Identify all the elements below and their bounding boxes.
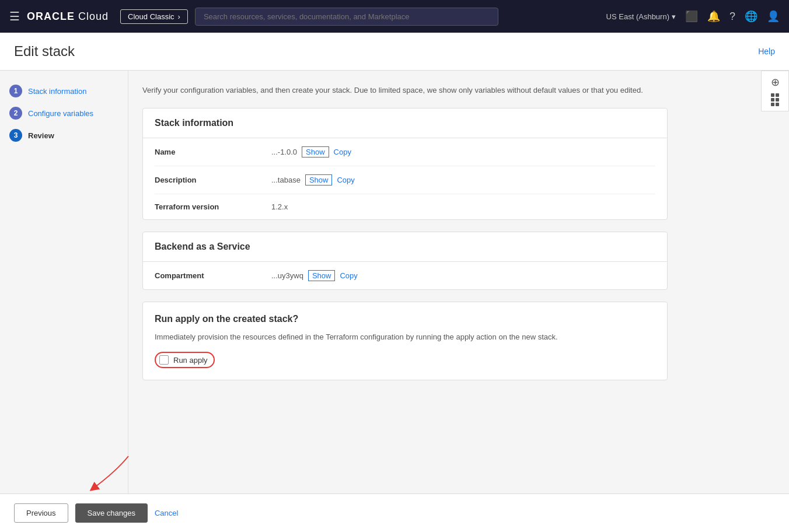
description-field-row: Description ...tabase Show Copy — [155, 166, 655, 194]
terraform-version-field-row: Terraform version 1.2.x — [155, 194, 655, 219]
page-title: Edit stack — [14, 43, 75, 60]
grid-dot-5 — [771, 103, 774, 106]
compartment-field-row: Compartment ...uy3ywq Show Copy — [155, 262, 655, 289]
right-widget: ⊕ — [761, 71, 789, 111]
life-preserver-icon[interactable]: ⊕ — [771, 76, 780, 89]
stack-information-card-header: Stack information — [143, 108, 667, 138]
backend-service-card-header: Backend as a Service — [143, 232, 667, 262]
chevron-down-icon: ▾ — [672, 12, 676, 21]
footer: Previous Save changes Cancel — [0, 494, 789, 532]
run-apply-checkbox[interactable] — [159, 355, 169, 365]
description-copy-link[interactable]: Copy — [337, 176, 354, 184]
compartment-value: ...uy3ywq Show Copy — [271, 270, 358, 281]
hamburger-menu-icon[interactable]: ☰ — [9, 9, 20, 23]
run-apply-title: Run apply on the created stack? — [155, 314, 655, 324]
description-label: Description — [155, 176, 271, 184]
run-apply-checkbox-highlight: Run apply — [155, 352, 215, 368]
sidebar: 1 Stack information 2 Configure variable… — [0, 71, 128, 494]
run-apply-checkbox-row: Run apply — [155, 352, 655, 368]
step-number-1: 1 — [9, 85, 22, 97]
sidebar-item-configure-variables[interactable]: 2 Configure variables — [9, 107, 118, 120]
step-number-2: 2 — [9, 107, 22, 120]
stack-information-card: Stack information Name ...-1.0.0 Show Co… — [142, 108, 668, 220]
oracle-logo: ORACLE Cloud — [27, 10, 109, 23]
stack-information-card-body: Name ...-1.0.0 Show Copy Description ...… — [143, 138, 667, 219]
compartment-label: Compartment — [155, 271, 271, 280]
description-value: ...tabase Show Copy — [271, 174, 355, 186]
save-changes-button[interactable]: Save changes — [75, 503, 148, 523]
previous-button[interactable]: Previous — [14, 503, 68, 523]
region-selector[interactable]: US East (Ashburn) ▾ — [606, 12, 676, 21]
grid-dot-2 — [776, 93, 779, 97]
name-copy-link[interactable]: Copy — [334, 148, 351, 156]
name-field-row: Name ...-1.0.0 Show Copy — [155, 138, 655, 166]
backend-service-card: Backend as a Service Compartment ...uy3y… — [142, 232, 668, 290]
grid-dot-6 — [776, 103, 779, 106]
grid-dot-4 — [776, 98, 779, 102]
terraform-version-label: Terraform version — [155, 202, 271, 211]
run-apply-description: Immediately provision the resources defi… — [155, 331, 655, 343]
name-label: Name — [155, 148, 271, 156]
name-show-link[interactable]: Show — [302, 146, 329, 158]
main-content: Verify your configuration variables, and… — [128, 71, 789, 494]
step-number-3: 3 — [9, 129, 22, 142]
run-apply-label: Run apply — [173, 356, 208, 365]
bell-icon[interactable]: 🔔 — [707, 10, 720, 23]
chevron-right-icon: › — [178, 12, 180, 21]
backend-service-card-body: Compartment ...uy3ywq Show Copy — [143, 262, 667, 289]
sidebar-item-stack-information[interactable]: 1 Stack information — [9, 85, 118, 97]
page-header: Edit stack Help — [0, 33, 789, 71]
content-area: 1 Stack information 2 Configure variable… — [0, 71, 789, 494]
globe-icon[interactable]: 🌐 — [745, 10, 757, 23]
sidebar-label-stack-information: Stack information — [28, 87, 86, 96]
run-apply-card: Run apply on the created stack? Immediat… — [142, 302, 668, 381]
main-container: Edit stack Help 1 Stack information 2 Co… — [0, 33, 789, 532]
stack-information-title: Stack information — [155, 118, 655, 128]
terraform-version-value: 1.2.x — [271, 202, 288, 211]
backend-service-title: Backend as a Service — [155, 242, 655, 252]
compartment-show-link[interactable]: Show — [308, 270, 336, 281]
terminal-icon[interactable]: ⬛ — [685, 10, 698, 23]
grid-dot-1 — [771, 93, 774, 97]
help-icon[interactable]: ? — [729, 10, 735, 23]
description-show-link[interactable]: Show — [305, 174, 333, 186]
cancel-link[interactable]: Cancel — [155, 509, 178, 517]
compartment-copy-link[interactable]: Copy — [340, 271, 357, 280]
run-apply-card-body: Run apply on the created stack? Immediat… — [143, 302, 667, 380]
widget-grid-icon[interactable] — [771, 93, 779, 106]
grid-dot-3 — [771, 98, 774, 102]
help-link[interactable]: Help — [758, 47, 775, 56]
top-navigation: ☰ ORACLE Cloud Cloud Classic › US East (… — [0, 0, 789, 33]
name-value: ...-1.0.0 Show Copy — [271, 146, 351, 158]
sidebar-label-review: Review — [28, 131, 54, 140]
sidebar-item-review[interactable]: 3 Review — [9, 129, 118, 142]
description-text: Verify your configuration variables, and… — [142, 85, 656, 96]
user-avatar[interactable]: 👤 — [767, 10, 780, 23]
cloud-classic-button[interactable]: Cloud Classic › — [120, 9, 188, 24]
nav-right-controls: US East (Ashburn) ▾ ⬛ 🔔 ? 🌐 👤 — [606, 10, 780, 23]
sidebar-label-configure-variables: Configure variables — [28, 109, 93, 118]
search-input[interactable] — [195, 8, 498, 26]
